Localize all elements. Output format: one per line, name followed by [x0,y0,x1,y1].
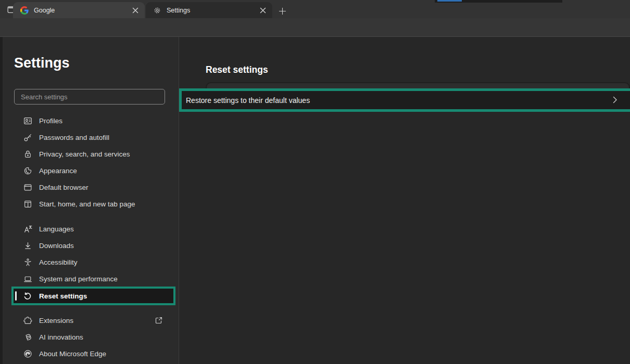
sidebar-item-label: Extensions [39,317,73,324]
sidebar-item-reset-settings[interactable]: Reset settings [14,289,173,303]
browser-toolbar: edge://settings/reset [0,18,630,37]
accessibility-icon [23,258,32,267]
plus-icon [279,7,286,15]
background-window-accent-line [437,0,462,2]
profiles-icon [23,116,32,125]
sidebar-item-label: Passwords and autofill [39,134,109,141]
sidebar-item-extensions[interactable]: Extensions [11,312,175,329]
sidebar-item-label: Downloads [39,242,74,250]
sidebar-item-profiles[interactable]: Profiles [11,112,175,129]
browser-window-icon [23,183,32,192]
chevron-right-icon [611,96,619,104]
tab-title: Google [34,7,131,14]
google-logo-icon [20,6,29,15]
sidebar-item-label: Languages [39,225,74,233]
page-title: Reset settings [206,64,268,75]
selected-indicator [15,291,17,301]
edge-logo-icon [23,349,32,358]
reset-icon [23,292,32,301]
download-icon [23,241,32,250]
sidebar-item-start-home[interactable]: Start, home, and new tab page [11,196,175,212]
sidebar-item-label: Privacy, search, and services [39,150,130,158]
sidebar-item-default-browser[interactable]: Default browser [11,179,175,196]
sidebar-item-appearance[interactable]: Appearance [11,162,175,179]
translate-icon [23,225,32,233]
new-tab-button[interactable] [275,4,289,18]
restore-defaults-label: Restore settings to their default values [186,96,310,105]
sidebar-item-privacy[interactable]: Privacy, search, and services [11,146,175,162]
close-tab-icon[interactable] [258,6,268,15]
sidebar-item-label: Appearance [39,167,77,175]
sidebar-item-passwords[interactable]: Passwords and autofill [11,129,175,146]
sidebar-item-languages[interactable]: Languages [11,220,175,237]
key-icon [23,133,32,142]
sidebar-item-label: Reset settings [39,292,87,300]
sidebar-divider [179,37,179,364]
tab-settings[interactable]: Settings [146,2,272,18]
sidebar-item-ai-innovations[interactable]: AI innovations [11,329,175,345]
search-settings-input[interactable] [14,89,165,105]
sidebar-item-label: About Microsoft Edge [39,350,106,358]
laptop-icon [23,275,32,283]
close-tab-icon[interactable] [131,6,140,15]
sidebar-item-label: Accessibility [39,258,78,266]
sidebar-item-label: Start, home, and new tab page [39,200,135,208]
sidebar-item-downloads[interactable]: Downloads [11,237,175,254]
sidebar-item-label: AI innovations [39,333,83,341]
browser-window: Google Settings [0,0,630,364]
tab-strip: Google Settings [0,0,630,18]
tab-google[interactable]: Google [13,2,145,18]
sidebar-item-label: Profiles [39,117,62,125]
sidebar-item-label: System and performance [39,275,118,283]
external-link-icon [155,316,163,324]
sidebar-title: Settings [14,55,70,71]
copilot-icon [23,333,32,342]
sidebar-item-about-edge[interactable]: About Microsoft Edge [11,345,175,362]
palette-icon [23,166,32,175]
restore-defaults-row[interactable]: Restore settings to their default values [182,91,630,109]
puzzle-icon [23,316,32,325]
gear-icon [153,6,161,15]
annotation-highlight-row: Restore settings to their default values [179,88,630,112]
sidebar-item-label: Default browser [39,184,89,191]
new-tab-page-icon [23,200,32,209]
annotation-highlight-sidebar: Reset settings [11,287,175,305]
sidebar-item-system-performance[interactable]: System and performance [11,270,175,287]
tab-title: Settings [167,7,258,14]
lock-icon [23,150,32,159]
sidebar-item-accessibility[interactable]: Accessibility [11,254,175,270]
